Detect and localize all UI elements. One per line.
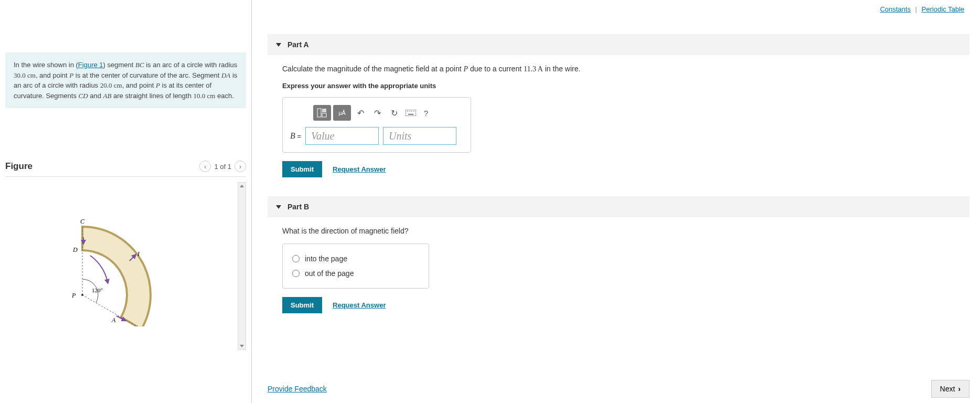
segment-bc: BC [135,61,144,69]
figure-link[interactable]: Figure 1 [78,61,103,69]
current-arrow-1 [90,256,108,282]
radio-out-of-page[interactable] [292,270,300,277]
divider: | [915,5,917,13]
request-answer-link[interactable]: Request Answer [333,165,386,173]
svg-rect-1 [322,109,326,112]
svg-rect-3 [406,110,416,116]
variable-b: B [290,131,295,140]
label-a: A [111,316,116,324]
figure-scrollbar[interactable] [238,182,246,350]
part-b-submit-row: Submit Request Answer [282,297,970,313]
figure-prev-button[interactable]: ‹ [199,161,211,172]
chevron-right-icon: › [958,385,961,393]
text: are straight lines of length [111,92,193,100]
scroll-up-icon[interactable] [240,185,244,187]
part-b-header[interactable]: Part B [268,196,970,217]
label-d: D [72,246,78,253]
figure-image: 120° C D P A B I [5,182,238,350]
figure-title: Figure [5,161,33,172]
undo-button[interactable]: ↶ [353,105,368,120]
keyboard-button[interactable] [403,105,418,120]
option-out-of-page[interactable]: out of the page [292,266,419,281]
text: is at the center of curvature of the arc… [73,71,221,79]
units-button[interactable]: μÅ [333,105,351,121]
label-p: P [71,292,76,299]
help-button[interactable]: ? [420,107,432,119]
point-p-dot [81,294,83,296]
text: Calculate the magnitude of the magnetic … [282,65,464,73]
text: in the wire. [543,65,581,73]
part-b-body: What is the direction of magnetic field?… [268,217,970,322]
part-a-title: Part A [287,40,309,49]
radius-da: 20.0 cm [100,81,122,89]
arc-diagram: 120° C D P A B I [61,206,182,326]
request-answer-link[interactable]: Request Answer [333,301,386,309]
caret-down-icon [276,205,281,209]
constants-link[interactable]: Constants [880,5,911,13]
segment-da: DA [221,71,230,79]
units-input[interactable] [383,127,456,145]
text: , and point [122,81,156,89]
point-p: P [69,71,73,79]
text: In the wire shown in ( [14,61,78,69]
problem-pane: In the wire shown in (Figure 1) segment … [0,0,252,403]
svg-point-6 [411,111,412,112]
figure-divider [5,176,246,177]
point-p: P [464,65,468,73]
reset-button[interactable]: ↻ [387,105,401,120]
figure-header: Figure ‹ 1 of 1 › [5,161,246,176]
angle-label: 120° [92,287,103,293]
text: and [88,92,103,100]
eq-variable: B = [290,131,301,141]
eq-sign: = [295,132,301,140]
submit-button[interactable]: Submit [282,161,322,177]
text: , and point [36,71,69,79]
svg-point-4 [407,111,408,112]
part-a-header[interactable]: Part A [268,34,970,55]
value-input[interactable] [305,127,379,145]
text: ) segment [103,61,135,69]
svg-rect-8 [408,114,413,115]
figure-container: 120° C D P A B I [5,182,246,350]
answer-box: μÅ ↶ ↷ ↻ ? B = [282,97,471,153]
part-b-title: Part B [287,203,309,211]
svg-rect-0 [317,109,321,117]
current-unit: A [538,65,543,73]
answer-toolbar: μÅ ↶ ↷ ↻ ? [290,105,463,121]
part-a-submit-row: Submit Request Answer [282,161,970,177]
svg-point-7 [413,111,414,112]
part-a-instruction: Express your answer with the appropriate… [282,82,970,90]
radius-bc: 30.0 cm [14,71,36,79]
problem-statement: In the wire shown in (Figure 1) segment … [5,52,246,108]
part-b-question: What is the direction of magnetic field? [282,227,970,235]
segment-ab: AB [103,92,112,100]
wire-path [82,227,151,326]
answer-pane: Constants | Periodic Table Part A Calcul… [252,0,980,403]
redo-button[interactable]: ↷ [370,105,385,120]
figure-next-button[interactable]: › [235,161,246,172]
text: is an arc of a circle with radius [144,61,238,69]
svg-point-5 [409,111,410,112]
top-links: Constants | Periodic Table [268,0,970,13]
caret-down-icon [276,43,281,47]
option-label: into the page [305,254,347,263]
point-p2: P [156,81,160,89]
next-label: Next [940,385,955,393]
provide-feedback-link[interactable]: Provide Feedback [268,385,327,393]
option-into-page[interactable]: into the page [292,251,419,266]
bottom-bar: Provide Feedback Next › [268,375,970,403]
text: due to a current [468,65,524,73]
radio-options: into the page out of the page [282,243,429,289]
template-button[interactable] [313,105,331,121]
segment-cd: CD [79,92,88,100]
submit-button[interactable]: Submit [282,297,322,313]
scroll-down-icon[interactable] [240,345,244,347]
current-value: 11.3 [524,65,538,73]
answer-input-row: B = [290,127,463,145]
svg-rect-2 [322,113,326,117]
radio-into-page[interactable] [292,255,300,262]
label-c: C [80,218,85,225]
next-button[interactable]: Next › [931,380,970,398]
part-a-question: Calculate the magnitude of the magnetic … [282,65,970,73]
periodic-table-link[interactable]: Periodic Table [922,5,964,13]
